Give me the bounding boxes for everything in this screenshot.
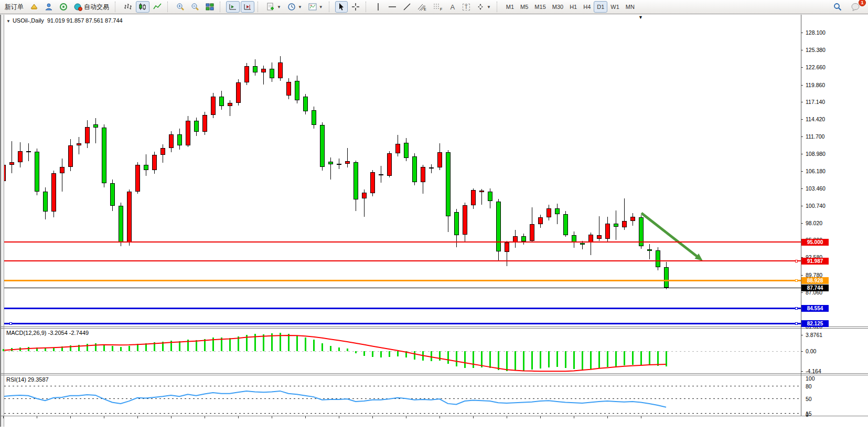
bar-chart-button[interactable]	[121, 1, 135, 13]
text-label-tool[interactable]: T	[460, 1, 473, 13]
date-tick	[339, 416, 339, 418]
hline-91.987[interactable]	[4, 260, 801, 261]
price-badge-87.744: 87.744	[801, 285, 829, 291]
price-tick	[801, 136, 803, 137]
trendline-tool[interactable]	[400, 1, 414, 13]
price-tick-label: 117.140	[806, 99, 825, 105]
auto-trading-button[interactable]: 自动交易	[71, 1, 112, 13]
periods-button[interactable]: ▼	[285, 1, 305, 13]
zoom-in-button[interactable]	[174, 1, 187, 13]
channel-tool[interactable]: E	[415, 1, 430, 13]
pane-divider[interactable]	[0, 326, 868, 327]
search-button[interactable]	[831, 1, 844, 13]
rsi-line	[4, 375, 801, 416]
hline-87.744[interactable]	[4, 288, 801, 288]
hline-82.125[interactable]	[4, 323, 801, 324]
notification-badge: 1	[859, 0, 866, 6]
hline-88.928[interactable]	[4, 280, 801, 281]
rsi-axis-label: 0	[806, 412, 809, 418]
market-watch-button[interactable]	[42, 1, 56, 13]
new-order-button[interactable]: 新订单	[2, 1, 26, 13]
tf-H4[interactable]: H4	[580, 1, 594, 13]
macd-axis-label: 3.8761	[806, 332, 822, 338]
macd-axis-label: -4.164	[806, 368, 821, 374]
hline-95.000[interactable]	[4, 241, 801, 243]
date-tick	[70, 416, 71, 418]
price-badge-91.987: 91.987	[801, 258, 829, 265]
tf-D1[interactable]: D1	[594, 1, 607, 13]
date-tick	[540, 416, 541, 418]
macd-axis-label: 0.00	[806, 348, 816, 354]
hline-handle[interactable]	[795, 279, 798, 282]
signals-button[interactable]	[57, 1, 70, 13]
main-toolbar: 新订单 自动交易 ▼ ▼	[0, 0, 868, 14]
date-tick	[440, 416, 440, 418]
hline-handle[interactable]	[795, 322, 798, 325]
toolbar-separator	[115, 2, 119, 12]
candlestick-chart-button[interactable]	[136, 1, 149, 13]
fibonacci-tool[interactable]: F	[431, 1, 445, 13]
zoom-out-button[interactable]	[188, 1, 202, 13]
tile-windows-button[interactable]	[203, 1, 217, 13]
price-badge-88.928: 88.928	[801, 277, 829, 284]
horizontal-line-tool[interactable]	[385, 1, 399, 13]
toolbar-separator	[366, 2, 369, 12]
crosshair-button[interactable]	[349, 1, 362, 13]
hline-handle[interactable]	[9, 322, 12, 325]
price-badge-84.554: 84.554	[801, 305, 829, 312]
toolbar-separator	[258, 2, 261, 12]
tile-windows-icon	[206, 3, 214, 11]
hline-84.554[interactable]	[4, 308, 801, 309]
auto-trading-icon	[74, 3, 82, 11]
price-tick-label: 111.700	[806, 133, 824, 140]
price-tick	[801, 119, 803, 120]
auto-scroll-button[interactable]	[241, 1, 254, 13]
chart-shift-icon	[229, 3, 237, 11]
dropdown-caret-icon: ▼	[298, 5, 302, 9]
vertical-line-icon	[375, 3, 381, 11]
trendline-icon	[403, 3, 411, 11]
date-tick	[574, 416, 574, 418]
text-tool[interactable]: A	[446, 1, 459, 13]
profile-icon	[30, 3, 38, 11]
price-badge-82.125: 82.125	[801, 320, 829, 327]
svg-text:E: E	[424, 7, 426, 11]
tf-M1[interactable]: M1	[503, 1, 517, 13]
date-tick	[238, 416, 239, 418]
tf-W1[interactable]: W1	[607, 1, 623, 13]
macd-signal-line	[4, 329, 801, 374]
price-tick	[801, 85, 803, 86]
date-tick	[305, 416, 306, 418]
hline-handle[interactable]	[795, 260, 798, 262]
tf-MN[interactable]: MN	[623, 1, 638, 13]
market-watch-icon	[45, 3, 53, 11]
cursor-icon	[338, 3, 345, 11]
line-chart-button[interactable]	[151, 1, 164, 13]
rsi-axis-label: 80	[806, 383, 812, 389]
auto-scroll-icon	[243, 3, 252, 11]
charts-profile-icon[interactable]	[27, 1, 41, 13]
indicators-button[interactable]: ▼	[264, 1, 284, 13]
rsi-label: RSI(14) 29.3587	[6, 376, 49, 383]
price-scale-divider	[801, 15, 801, 416]
search-icon	[833, 3, 842, 11]
tf-M5[interactable]: M5	[517, 1, 531, 13]
shift-end-marker[interactable]: ▼	[638, 15, 643, 20]
bar-chart-icon	[124, 3, 132, 11]
tf-M30[interactable]: M30	[549, 1, 566, 13]
arrows-tool[interactable]: ▼	[474, 1, 494, 13]
tf-H1[interactable]: H1	[566, 1, 580, 13]
macd-label: MACD(12,26,9) -3.2054 -2.7449	[6, 330, 89, 336]
notifications-button[interactable]: 1	[849, 1, 863, 13]
price-tick	[801, 171, 803, 172]
templates-button[interactable]: ▼	[306, 1, 326, 13]
price-tick	[801, 292, 803, 293]
date-tick	[641, 416, 641, 418]
chart-window: ▼USOil-,Daily 91.019 91.857 87.561 87.74…	[0, 15, 868, 432]
cursor-button[interactable]	[335, 1, 348, 13]
tf-M15[interactable]: M15	[531, 1, 549, 13]
vertical-line-tool[interactable]	[372, 1, 384, 13]
hline-handle[interactable]	[795, 307, 798, 310]
chart-shift-button[interactable]	[226, 1, 240, 13]
toolbar-separator	[329, 2, 333, 12]
